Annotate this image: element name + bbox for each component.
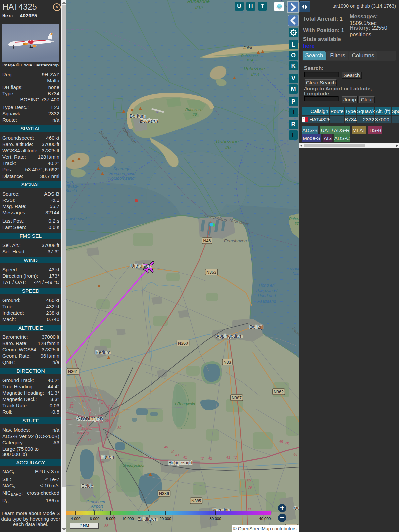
svg-text:37: 37 [108, 490, 112, 494]
svg-text:36b: 36b [86, 426, 92, 430]
svg-text:1: 1 [111, 412, 113, 416]
svg-text:N362: N362 [274, 390, 284, 394]
svg-text:N363: N363 [206, 270, 216, 275]
svg-text:Sparregat-: Sparregat- [113, 167, 133, 171]
svg-text:Horsbornzand: Horsbornzand [108, 176, 135, 181]
svg-text:Horsbornzand: Horsbornzand [109, 171, 136, 176]
svg-text:I/13: I/13 [251, 72, 259, 77]
svg-text:41: 41 [175, 453, 179, 457]
svg-text:5: 5 [97, 397, 100, 401]
svg-text:Ruhezone: Ruhezone [185, 108, 202, 112]
svg-text:40: 40 [170, 450, 175, 454]
svg-text:Ruhezo: Ruhezo [289, 217, 299, 221]
svg-text:10 000: 10 000 [122, 517, 134, 521]
svg-text:4 000: 4 000 [71, 517, 81, 521]
svg-text:4: 4 [101, 401, 103, 405]
svg-text:Eemshaven: Eemshaven [224, 238, 247, 243]
svg-text:Groningen: Groningen [86, 500, 105, 504]
svg-text:Eelde: Eelde [81, 483, 93, 489]
svg-text:39: 39 [248, 485, 252, 489]
svg-text:auwerswal: auwerswal [66, 216, 87, 221]
svg-text:Borkum: Borkum [140, 118, 158, 124]
svg-text:N385: N385 [191, 499, 201, 503]
svg-text:N33: N33 [224, 360, 231, 365]
svg-text:Ruhezone: Ruhezone [244, 66, 265, 71]
svg-text:'t Roegwold: 't Roegwold [174, 402, 195, 406]
svg-text:Schild: Schild [66, 188, 77, 193]
svg-text:40: 40 [164, 445, 168, 449]
svg-text:Uithuizen: Uithuizen [131, 263, 152, 269]
svg-text:8 000: 8 000 [106, 517, 116, 521]
svg-text:45: 45 [285, 442, 289, 446]
svg-text:6: 6 [95, 393, 97, 397]
svg-text:10: 10 [81, 399, 86, 403]
svg-text:38: 38 [100, 460, 104, 464]
svg-text:46: 46 [293, 452, 298, 456]
svg-text:Juist: Juist [243, 45, 253, 50]
svg-text:Ou: Ou [294, 506, 299, 511]
svg-text:37: 37 [100, 419, 104, 423]
svg-text:Paapsand: Paapsand [257, 299, 276, 304]
svg-text:41: 41 [183, 455, 187, 459]
svg-text:I/6: I/6 [225, 144, 231, 150]
svg-text:45: 45 [279, 440, 283, 444]
svg-text:2: 2 [109, 409, 111, 413]
svg-text:Haren: Haren [101, 454, 114, 460]
svg-text:I/12: I/12 [195, 4, 203, 10]
svg-text:39: 39 [247, 479, 251, 483]
svg-text:Paapzand /: Paapzand / [256, 288, 278, 293]
svg-text:42: 42 [208, 456, 212, 460]
svg-text:Airport: Airport [91, 504, 103, 509]
svg-text:Hoogezand: Hoogezand [168, 460, 192, 465]
svg-text:I/14: I/14 [247, 58, 253, 62]
svg-text:N387: N387 [232, 396, 242, 400]
svg-text:Onnerpolder: Onnerpolder [123, 463, 145, 468]
svg-text:42: 42 [200, 456, 204, 460]
svg-text:6 000: 6 000 [90, 517, 100, 521]
svg-text:39: 39 [117, 426, 121, 430]
svg-text:Groningen: Groningen [76, 415, 103, 422]
svg-text:43: 43 [233, 455, 237, 459]
svg-text:39: 39 [87, 438, 91, 442]
svg-text:Delfzijl: Delfzijl [249, 324, 263, 330]
svg-text:I/2: I/2 [295, 221, 299, 225]
svg-text:Appingedam: Appingedam [216, 333, 243, 339]
svg-text:36a: 36a [76, 431, 82, 435]
svg-text:20 000: 20 000 [159, 517, 171, 521]
svg-text:13: 13 [69, 404, 74, 408]
svg-text:Ruhezone: Ruhezone [216, 139, 239, 144]
svg-text:N46: N46 [203, 239, 211, 243]
svg-text:38: 38 [247, 507, 251, 511]
svg-text:Nack: Nack [292, 272, 299, 276]
svg-text:2: 2 [107, 404, 110, 408]
svg-text:N360: N360 [178, 341, 188, 346]
svg-text:N386: N386 [159, 491, 169, 496]
svg-text:19: 19 [81, 426, 85, 430]
svg-text:Pils: Pils [294, 182, 299, 186]
svg-text:Ruhezone: Ruhezone [187, 0, 210, 4]
svg-text:Hund und: Hund und [258, 294, 276, 298]
svg-text:8: 8 [88, 397, 91, 401]
svg-text:Rysum: Rysum [290, 267, 299, 271]
svg-text:Ruhezone: Ruhezone [241, 54, 258, 58]
svg-text:Hond en: Hond en [259, 283, 274, 288]
svg-text:I/8: I/8 [193, 112, 197, 116]
svg-text:Zuidlaren: Zuidlaren [138, 516, 157, 522]
svg-text:N361: N361 [68, 369, 78, 374]
svg-text:38: 38 [105, 418, 109, 422]
svg-text:30 000: 30 000 [209, 517, 221, 521]
svg-text:40 000+: 40 000+ [259, 517, 273, 521]
svg-text:Bedum: Bedum [96, 350, 110, 355]
svg-text:7: 7 [90, 388, 93, 392]
svg-text:40: 40 [85, 431, 89, 435]
svg-text:43: 43 [226, 456, 230, 460]
svg-text:35: 35 [104, 524, 109, 528]
